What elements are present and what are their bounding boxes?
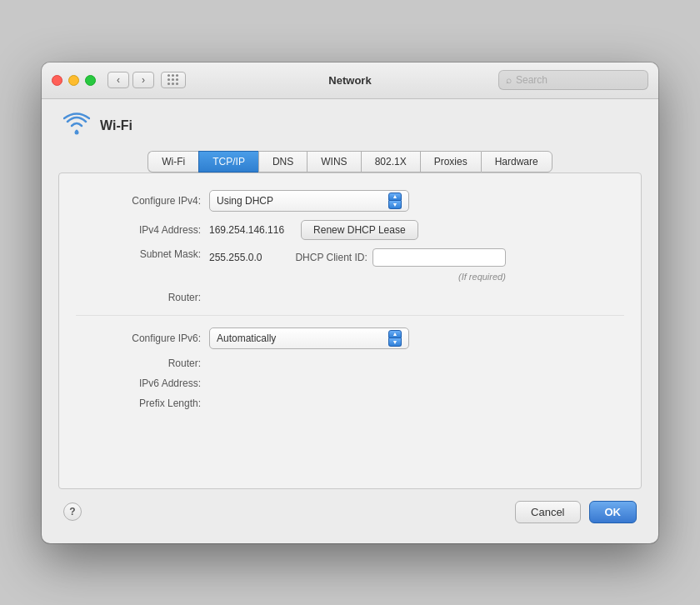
dhcp-client-id-label: DHCP Client ID: — [295, 252, 367, 263]
panel-body: Configure IPv4: Using DHCP ▲ ▼ IPv4 Addr… — [58, 172, 642, 489]
bottom-bar: ? Cancel OK — [58, 489, 642, 527]
dhcp-client-id-input[interactable] — [372, 248, 506, 267]
tab-proxies[interactable]: Proxies — [420, 151, 481, 172]
grid-button[interactable] — [161, 72, 186, 88]
ipv4-address-label: IPv4 Address: — [76, 224, 209, 236]
wifi-icon — [63, 112, 90, 139]
router-row: Router: — [76, 292, 624, 303]
tab-wins[interactable]: WINS — [307, 151, 360, 172]
configure-ipv6-row: Configure IPv6: Automatically ▲ ▼ — [76, 328, 624, 349]
tab-wifi[interactable]: Wi-Fi — [148, 151, 198, 172]
configure-ipv4-value: Using DHCP — [217, 195, 273, 207]
search-icon: ⌕ — [506, 74, 512, 86]
configure-ipv4-row: Configure IPv4: Using DHCP ▲ ▼ — [76, 190, 624, 212]
cancel-button[interactable]: Cancel — [515, 501, 580, 523]
tab-8021x[interactable]: 802.1X — [361, 151, 420, 172]
window-title: Network — [328, 74, 371, 87]
ipv6-dropdown-down-arrow[interactable]: ▼ — [388, 338, 402, 347]
dropdown-up-arrow[interactable]: ▲ — [388, 192, 402, 201]
configure-ipv4-label: Configure IPv4: — [76, 195, 209, 207]
help-button[interactable]: ? — [63, 502, 82, 521]
router-label: Router: — [76, 292, 209, 303]
network-window: ‹ › Network ⌕ — [42, 62, 658, 543]
titlebar: ‹ › Network ⌕ — [42, 62, 658, 99]
ipv6-address-label: IPv6 Address: — [76, 378, 209, 389]
dropdown-down-arrow[interactable]: ▼ — [388, 201, 402, 209]
ipv6-dropdown-up-arrow[interactable]: ▲ — [388, 330, 402, 338]
ipv6-address-row: IPv6 Address: — [76, 378, 624, 389]
search-input[interactable] — [516, 74, 641, 86]
ipv4-address-value: 169.254.146.116 — [209, 224, 284, 236]
back-button[interactable]: ‹ — [108, 72, 129, 88]
window-content: Wi-Fi Wi-Fi TCP/IP DNS WINS 802.1X Proxi… — [42, 99, 658, 543]
prefix-length-label: Prefix Length: — [76, 398, 209, 409]
wifi-label: Wi-Fi — [100, 118, 132, 133]
tab-hardware[interactable]: Hardware — [481, 151, 552, 172]
router6-row: Router: — [76, 358, 624, 369]
dhcp-client-id-group: DHCP Client ID: (If required) — [295, 248, 505, 283]
if-required-text: (If required) — [458, 272, 506, 282]
minimize-button[interactable] — [68, 75, 79, 86]
tab-dns[interactable]: DNS — [258, 151, 307, 172]
tab-bar: Wi-Fi TCP/IP DNS WINS 802.1X Proxies Har… — [58, 151, 642, 172]
configure-ipv4-dropdown[interactable]: Using DHCP ▲ ▼ — [209, 190, 409, 212]
subnet-mask-label: Subnet Mask: — [76, 248, 209, 260]
configure-ipv6-label: Configure IPv6: — [76, 332, 209, 344]
close-button[interactable] — [52, 75, 62, 86]
forward-button[interactable]: › — [132, 72, 154, 88]
wifi-header: Wi-Fi — [58, 112, 642, 139]
section-divider — [76, 315, 624, 316]
bottom-actions: Cancel OK — [515, 501, 637, 523]
router6-label: Router: — [76, 358, 209, 369]
tab-tcpip[interactable]: TCP/IP — [198, 151, 258, 172]
ok-button[interactable]: OK — [589, 501, 638, 523]
subnet-mask-row: Subnet Mask: 255.255.0.0 DHCP Client ID:… — [76, 248, 624, 283]
traffic-lights — [52, 75, 96, 86]
configure-ipv6-value: Automatically — [217, 332, 276, 344]
configure-ipv6-dropdown[interactable]: Automatically ▲ ▼ — [209, 328, 409, 349]
svg-point-0 — [75, 130, 79, 134]
ipv4-address-row: IPv4 Address: 169.254.146.116 Renew DHCP… — [76, 220, 624, 240]
search-bar[interactable]: ⌕ — [498, 70, 648, 90]
renew-dhcp-button[interactable]: Renew DHCP Lease — [301, 220, 418, 240]
subnet-mask-value: 255.255.0.0 — [209, 252, 262, 263]
maximize-button[interactable] — [85, 75, 96, 86]
prefix-length-row: Prefix Length: — [76, 398, 624, 409]
nav-buttons: ‹ › — [108, 72, 154, 88]
